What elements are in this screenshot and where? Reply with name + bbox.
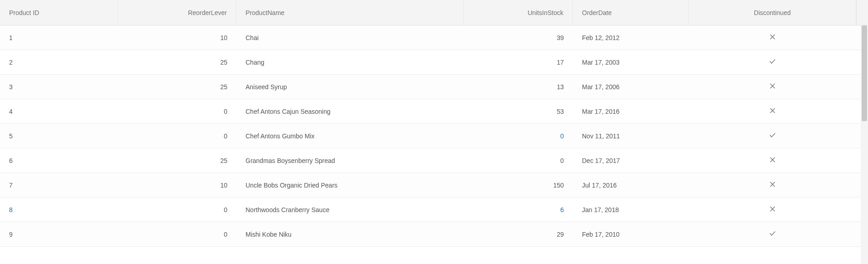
cell-discontinued[interactable]: [689, 124, 856, 148]
cell-product-name[interactable]: Chef Antons Cajun Seasoning: [236, 99, 464, 123]
cell-product-id[interactable]: 7: [0, 173, 118, 197]
order-date-value: Mar 17, 2003: [582, 59, 620, 66]
product-id-value: 5: [9, 132, 13, 140]
table-row[interactable]: 50Chef Antons Gumbo Mix0Nov 11, 2011: [0, 124, 868, 148]
cell-units-in-stock[interactable]: 53: [464, 99, 573, 123]
units-in-stock-link[interactable]: 0: [560, 132, 564, 140]
product-name-value: Grandmas Boysenberry Spread: [246, 157, 335, 164]
cross-icon: [769, 82, 776, 91]
product-name-value: Chai: [246, 34, 259, 41]
cell-reorder-level[interactable]: 10: [118, 25, 236, 50]
cell-order-date[interactable]: Jan 17, 2018: [573, 198, 689, 222]
reorder-level-value: 0: [224, 206, 227, 213]
cell-product-id[interactable]: 2: [0, 50, 118, 74]
cell-units-in-stock[interactable]: 29: [464, 222, 573, 246]
cell-discontinued[interactable]: [689, 25, 856, 50]
cell-discontinued[interactable]: [689, 198, 856, 222]
units-in-stock-value: 39: [557, 34, 564, 41]
cell-order-date[interactable]: Feb 17, 2010: [573, 222, 689, 246]
cell-reorder-level[interactable]: 0: [118, 124, 236, 148]
cell-product-name[interactable]: Uncle Bobs Organic Dried Pears: [236, 173, 464, 197]
cell-discontinued[interactable]: [689, 173, 856, 197]
cell-order-date[interactable]: Mar 17, 2003: [573, 50, 689, 74]
column-header-reorder-level[interactable]: ReorderLever: [118, 0, 236, 25]
table-row[interactable]: 325Aniseed Syrup13Mar 17, 2006: [0, 75, 868, 99]
cell-units-in-stock[interactable]: 150: [464, 173, 573, 197]
cell-reorder-level[interactable]: 0: [118, 99, 236, 123]
cell-discontinued[interactable]: [689, 148, 856, 173]
product-name-value: Northwoods Cranberry Sauce: [246, 206, 329, 213]
column-header-product-name[interactable]: ProductName: [236, 0, 464, 25]
product-id-link[interactable]: 8: [9, 206, 13, 213]
cell-discontinued[interactable]: [689, 222, 856, 246]
cell-product-id[interactable]: 4: [0, 99, 118, 123]
cell-reorder-level[interactable]: 25: [118, 50, 236, 74]
cell-units-in-stock[interactable]: 0: [464, 124, 573, 148]
cell-product-name[interactable]: Northwoods Cranberry Sauce: [236, 198, 464, 222]
reorder-level-value: 25: [220, 83, 227, 91]
scrollbar-thumb[interactable]: [862, 25, 867, 121]
vertical-scrollbar[interactable]: [861, 25, 868, 264]
cross-icon: [769, 33, 776, 42]
cell-reorder-level[interactable]: 10: [118, 173, 236, 197]
cell-product-name[interactable]: Aniseed Syrup: [236, 75, 464, 99]
product-name-value: Chef Antons Gumbo Mix: [246, 132, 315, 140]
cell-product-name[interactable]: Chang: [236, 50, 464, 74]
cell-order-date[interactable]: Nov 11, 2011: [573, 124, 689, 148]
cell-product-name[interactable]: Chai: [236, 25, 464, 50]
product-id-value: 1: [9, 34, 13, 41]
cell-order-date[interactable]: Mar 17, 2016: [573, 99, 689, 123]
cell-product-id[interactable]: 9: [0, 222, 118, 246]
cell-product-id[interactable]: 3: [0, 75, 118, 99]
cell-units-in-stock[interactable]: 0: [464, 148, 573, 173]
check-icon: [769, 58, 776, 66]
cell-product-id[interactable]: 6: [0, 148, 118, 173]
product-name-value: Aniseed Syrup: [246, 83, 287, 91]
table-row[interactable]: 710Uncle Bobs Organic Dried Pears150Jul …: [0, 173, 868, 198]
order-date-value: Dec 17, 2017: [582, 157, 620, 164]
table-row[interactable]: 80Northwoods Cranberry Sauce6Jan 17, 201…: [0, 198, 868, 222]
column-header-order-date[interactable]: OrderDate: [573, 0, 689, 25]
cell-units-in-stock[interactable]: 13: [464, 75, 573, 99]
table-row[interactable]: 110Chai39Feb 12, 2012: [0, 25, 868, 50]
column-header-product-id[interactable]: Product ID: [0, 0, 118, 25]
units-in-stock-value: 150: [553, 182, 564, 189]
order-date-value: Jan 17, 2018: [582, 206, 619, 213]
cell-reorder-level[interactable]: 25: [118, 148, 236, 173]
cell-order-date[interactable]: Feb 12, 2012: [573, 25, 689, 50]
cell-order-date[interactable]: Mar 17, 2006: [573, 75, 689, 99]
cell-product-name[interactable]: Grandmas Boysenberry Spread: [236, 148, 464, 173]
cell-units-in-stock[interactable]: 17: [464, 50, 573, 74]
grid-body: 110Chai39Feb 12, 2012225Chang17Mar 17, 2…: [0, 25, 868, 264]
cell-product-id[interactable]: 1: [0, 25, 118, 50]
column-header-units-in-stock[interactable]: UnitsInStock: [464, 0, 573, 25]
units-in-stock-value: 53: [557, 108, 564, 115]
cell-product-name[interactable]: Mishi Kobe Niku: [236, 222, 464, 246]
cell-order-date[interactable]: Dec 17, 2017: [573, 148, 689, 173]
cell-discontinued[interactable]: [689, 99, 856, 123]
product-id-value: 6: [9, 157, 13, 164]
order-date-value: Jul 17, 2016: [582, 182, 617, 189]
column-header-discontinued[interactable]: Discontinued: [689, 0, 856, 25]
cell-reorder-level[interactable]: 25: [118, 75, 236, 99]
cell-reorder-level[interactable]: 0: [118, 198, 236, 222]
cell-product-id[interactable]: 5: [0, 124, 118, 148]
cell-units-in-stock[interactable]: 6: [464, 198, 573, 222]
cell-discontinued[interactable]: [689, 75, 856, 99]
table-row[interactable]: 40Chef Antons Cajun Seasoning53Mar 17, 2…: [0, 99, 868, 124]
cross-icon: [769, 156, 776, 165]
table-row[interactable]: 225Chang17Mar 17, 2003: [0, 50, 868, 75]
cell-product-id[interactable]: 8: [0, 198, 118, 222]
cell-discontinued[interactable]: [689, 50, 856, 74]
product-id-value: 9: [9, 231, 13, 238]
table-row[interactable]: 90Mishi Kobe Niku29Feb 17, 2010: [0, 222, 868, 247]
cross-icon: [769, 107, 776, 116]
table-row[interactable]: 625Grandmas Boysenberry Spread0Dec 17, 2…: [0, 148, 868, 173]
cell-reorder-level[interactable]: 0: [118, 222, 236, 246]
units-in-stock-link[interactable]: 6: [560, 206, 564, 213]
reorder-level-value: 0: [224, 108, 227, 115]
cell-order-date[interactable]: Jul 17, 2016: [573, 173, 689, 197]
cell-product-name[interactable]: Chef Antons Gumbo Mix: [236, 124, 464, 148]
header-scroll-spacer: [856, 0, 868, 25]
cell-units-in-stock[interactable]: 39: [464, 25, 573, 50]
